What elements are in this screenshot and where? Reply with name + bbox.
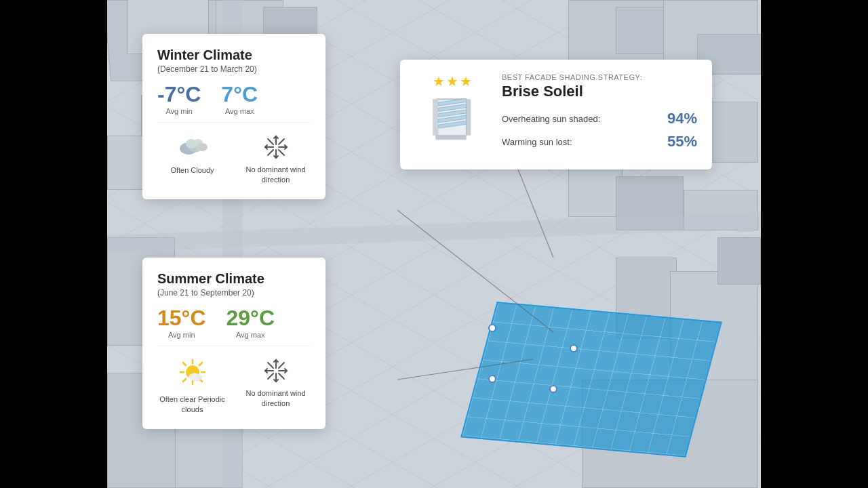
brise-soleil-illustration [422, 96, 483, 141]
stat2-label: Warming sun lost: [502, 137, 572, 147]
svg-line-33 [279, 373, 284, 379]
winter-climate-card: Winter Climate (December 21 to March 20)… [142, 34, 326, 199]
svg-line-35 [268, 373, 273, 379]
svg-rect-44 [435, 136, 466, 140]
summer-wind-block: No dominant wind direction [241, 357, 311, 415]
svg-line-23 [199, 363, 202, 365]
svg-rect-37 [433, 99, 438, 136]
summer-sun-icon [178, 357, 208, 390]
svg-line-34 [279, 363, 284, 368]
plot-dot-4 [549, 385, 557, 393]
winter-temp-max: 7°C [221, 83, 258, 105]
plot-dot-2 [570, 344, 578, 352]
star-1: ★ [433, 73, 445, 89]
summer-temp-row: 15°C Avg min 29°C Avg max [157, 307, 311, 346]
summer-temp-max-block: 29°C Avg max [226, 307, 275, 339]
winter-sky-block: Often Cloudy [157, 134, 227, 186]
strategy-name: Brise Soleil [502, 83, 697, 100]
summer-card-title: Summer Climate [157, 271, 311, 287]
winter-weather-row: Often Cloudy [157, 134, 311, 186]
strategy-inner: ★ ★ ★ [415, 73, 697, 156]
summer-temp-min-block: 15°C Avg min [157, 307, 206, 339]
star-3: ★ [460, 73, 472, 89]
svg-line-32 [268, 363, 273, 368]
winter-temp-min-block: -7°C Avg min [157, 83, 201, 115]
summer-temp-max: 29°C [226, 307, 275, 329]
summer-temp-max-label: Avg max [236, 331, 265, 339]
summer-temp-min-label: Avg min [168, 331, 195, 339]
stat1-value: 94% [667, 110, 697, 127]
plot-dot-3 [488, 375, 496, 383]
svg-rect-43 [467, 99, 471, 136]
svg-point-27 [191, 373, 198, 378]
winter-temp-max-block: 7°C Avg max [221, 83, 258, 115]
summer-sky-block: Often clear Periodic clouds [157, 357, 227, 415]
svg-line-24 [183, 379, 186, 382]
winter-card-title: Winter Climate [157, 47, 311, 63]
svg-line-21 [183, 363, 186, 365]
summer-wind-desc: No dominant wind direction [241, 388, 311, 409]
summer-card-subtitle: (June 21 to September 20) [157, 288, 311, 298]
svg-point-7 [197, 143, 208, 151]
plot-dot-1 [488, 324, 496, 332]
svg-line-14 [279, 139, 284, 144]
black-bar-right [761, 0, 868, 488]
summer-weather-row: Often clear Periodic clouds [157, 357, 311, 415]
summer-wind-icon [262, 357, 290, 384]
winter-temp-max-label: Avg max [225, 107, 254, 115]
winter-wind-icon [262, 134, 290, 161]
winter-temp-row: -7°C Avg min 7°C Avg max [157, 83, 311, 123]
winter-wind-desc: No dominant wind direction [241, 165, 311, 186]
strategy-info: BEST FACADE SHADING STRATEGY: Brise Sole… [502, 73, 697, 156]
winter-sky-desc: Often Cloudy [170, 165, 214, 176]
strategy-label: BEST FACADE SHADING STRATEGY: [502, 73, 697, 81]
strategy-stars: ★ ★ ★ [433, 73, 472, 89]
strategy-stat-2: Warming sun lost: 55% [502, 133, 697, 150]
selected-plot [460, 302, 722, 458]
winter-temp-min: -7°C [157, 83, 201, 105]
winter-card-subtitle: (December 21 to March 20) [157, 64, 311, 74]
svg-line-12 [268, 139, 273, 144]
star-2: ★ [446, 73, 458, 89]
stat2-value: 55% [667, 133, 697, 150]
summer-temp-min: 15°C [157, 307, 206, 329]
summer-sky-desc: Often clear Periodic clouds [157, 394, 227, 415]
stat1-label: Overheating sun shaded: [502, 114, 600, 124]
black-bar-left [0, 0, 107, 488]
strategy-stat-1: Overheating sun shaded: 94% [502, 110, 697, 127]
winter-temp-min-label: Avg min [165, 107, 193, 115]
winter-wind-block: No dominant wind direction [241, 134, 311, 186]
svg-line-15 [268, 150, 273, 155]
scene: Winter Climate (December 21 to March 20)… [0, 0, 868, 488]
svg-line-13 [279, 150, 284, 155]
winter-cloud-icon [178, 134, 208, 161]
strategy-card: ★ ★ ★ [400, 60, 712, 169]
strategy-image-area: ★ ★ ★ [415, 73, 490, 141]
summer-climate-card: Summer Climate (June 21 to September 20)… [142, 258, 326, 429]
